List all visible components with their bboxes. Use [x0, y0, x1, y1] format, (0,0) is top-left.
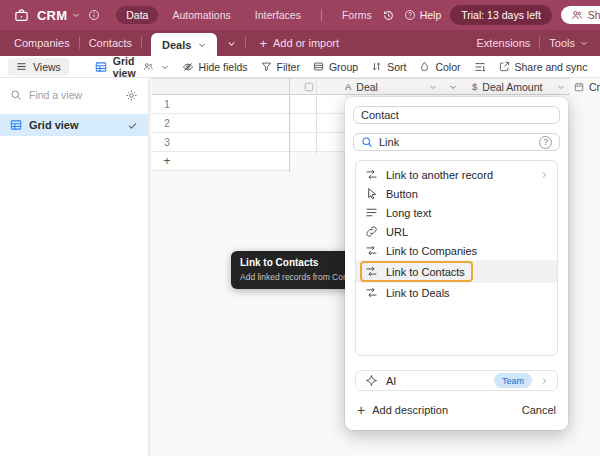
tab-contacts[interactable]: Contacts [89, 37, 132, 49]
help-circle-icon[interactable]: ? [539, 136, 552, 149]
column-header-deal-amount[interactable]: $ Deal Amount [472, 79, 565, 94]
filter-label: Filter [277, 61, 300, 73]
cancel-button[interactable]: Cancel [522, 404, 556, 416]
field-name-box [353, 106, 560, 124]
tools-chevron-icon [580, 39, 588, 47]
column-header-new[interactable] [440, 79, 465, 94]
color-label: Color [435, 61, 460, 73]
trial-badge: Trial: 13 days left [450, 5, 552, 25]
color-button[interactable]: Color [419, 61, 460, 73]
check-icon [127, 120, 138, 131]
nav-divider [321, 9, 322, 21]
topbar-right-group: Help Trial: 13 days left Share E [382, 5, 600, 25]
url-link-icon [365, 225, 378, 238]
column-header-created-date[interactable]: Created Date [574, 79, 600, 94]
field-type-link-to-contacts-highlighted[interactable]: Link to Contacts [356, 260, 557, 283]
add-or-import-button[interactable]: + Add or import [259, 37, 339, 50]
currency-field-icon: $ [472, 81, 477, 92]
row-number: 2 [159, 114, 175, 133]
view-toolbar: Views Grid view Hide fields Filter Group… [0, 56, 600, 78]
linked-record-icon [365, 244, 378, 257]
field-type-link-to-deals[interactable]: Link to Deals [356, 283, 557, 302]
nav-data[interactable]: Data [116, 6, 158, 24]
share-sync-icon [499, 61, 510, 72]
grid-view-icon [10, 119, 22, 131]
field-type-label: Link to another record [386, 169, 493, 181]
row-height-icon [474, 61, 486, 73]
grid-view-selector[interactable]: Grid view [95, 55, 169, 79]
tab-companies[interactable]: Companies [14, 37, 70, 49]
field-type-link-to-companies[interactable]: Link to Companies [356, 241, 557, 260]
plus-icon: + [259, 37, 267, 50]
field-type-list: Link to another record Button Long text … [355, 160, 558, 356]
table-list-chevron-icon[interactable] [227, 39, 236, 48]
column-label: Created Date [589, 81, 600, 93]
column-header-deal[interactable]: A Deal [304, 79, 437, 94]
column-chevron-icon[interactable] [429, 83, 437, 91]
ai-field-option[interactable]: AI Team [355, 370, 558, 391]
base-logo-icon[interactable] [14, 8, 29, 23]
field-type-long-text[interactable]: Long text [356, 203, 557, 222]
color-icon [419, 61, 430, 72]
nav-interfaces[interactable]: Interfaces [245, 6, 311, 24]
sort-button[interactable]: Sort [371, 61, 406, 73]
help-button[interactable]: Help [404, 9, 442, 21]
nav-automations[interactable]: Automations [162, 6, 240, 24]
field-type-url[interactable]: URL [356, 222, 557, 241]
field-type-search-input[interactable] [379, 136, 533, 148]
search-icon [10, 89, 22, 101]
field-type-label: Link to Companies [386, 245, 477, 257]
hide-fields-button[interactable]: Hide fields [182, 61, 248, 73]
row-number: 1 [159, 95, 175, 114]
extensions-button[interactable]: Extensions [477, 37, 531, 49]
grid-view-icon [95, 61, 107, 73]
nav-forms[interactable]: Forms [332, 6, 382, 24]
share-and-sync-button[interactable]: Share and sync [499, 61, 588, 73]
views-button[interactable]: Views [8, 58, 69, 76]
tab-chevron-icon [198, 41, 206, 49]
tab-deals-active[interactable]: Deals [151, 33, 217, 56]
field-type-search-box: ? [353, 133, 560, 151]
sidebar-item-grid-view[interactable]: Grid view [0, 114, 148, 136]
top-navigation: Data Automations Interfaces Forms [116, 6, 381, 24]
filter-button[interactable]: Filter [261, 61, 300, 73]
group-icon [313, 61, 324, 72]
field-type-label: Link to Contacts [386, 266, 465, 278]
tab-deals-label: Deals [162, 39, 191, 51]
field-type-label: Button [386, 188, 418, 200]
row-height-button[interactable] [474, 61, 486, 73]
row-number: 3 [159, 133, 175, 152]
history-icon[interactable] [382, 9, 395, 22]
share-button[interactable]: Share [561, 6, 600, 24]
filter-icon [261, 61, 272, 72]
field-type-label: Long text [386, 207, 431, 219]
add-row-button[interactable]: + [152, 152, 289, 171]
field-type-link-to-another-record[interactable]: Link to another record [356, 165, 557, 184]
tools-button[interactable]: Tools [549, 37, 588, 49]
team-badge: Team [494, 373, 532, 388]
table-tabs-bar: Companies Contacts Deals + Add or import… [0, 30, 600, 56]
text-field-icon: A [345, 81, 351, 92]
app-menu-chevron-icon[interactable] [72, 11, 80, 19]
group-label: Group [329, 61, 358, 73]
view-settings-gear-icon[interactable] [125, 89, 138, 102]
column-divider[interactable] [289, 78, 290, 172]
add-or-import-label: Add or import [273, 37, 339, 49]
hide-fields-icon [182, 61, 194, 73]
field-type-button[interactable]: Button [356, 184, 557, 203]
column-divider[interactable] [316, 78, 317, 154]
sort-icon [371, 61, 382, 72]
find-view-input[interactable] [29, 89, 118, 101]
add-description-button[interactable]: + Add description [357, 403, 448, 417]
hamburger-icon [16, 61, 27, 72]
calendar-icon [574, 82, 584, 92]
base-info-icon[interactable] [88, 9, 100, 21]
group-button[interactable]: Group [313, 61, 358, 73]
column-chevron-icon[interactable] [557, 83, 565, 91]
row-checkbox[interactable] [304, 82, 314, 92]
field-type-label: Link to Deals [386, 287, 450, 299]
column-label: Deal Amount [482, 81, 542, 93]
field-name-input[interactable] [361, 109, 552, 121]
column-label: Deal [356, 81, 378, 93]
top-bar: CRM Data Automations Interfaces Forms He… [0, 0, 600, 30]
